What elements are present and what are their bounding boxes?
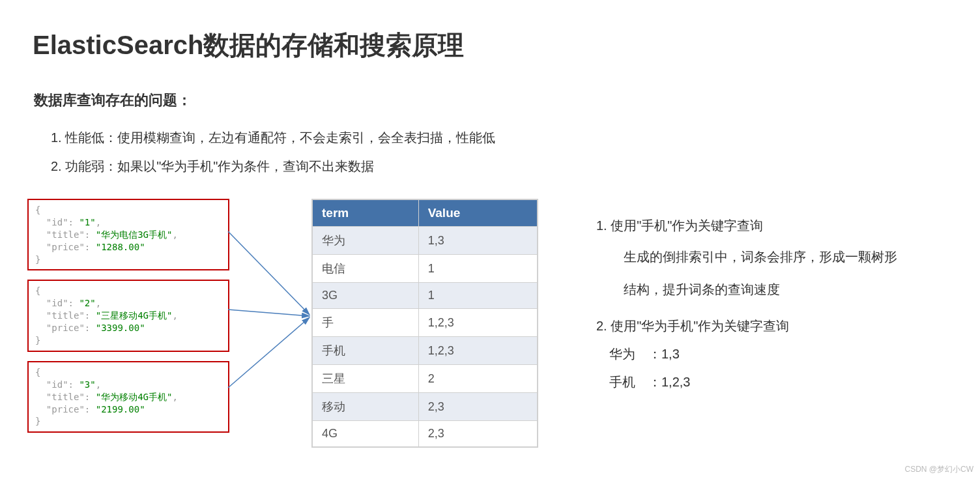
svg-line-1: [228, 310, 310, 316]
note-sub: 结构，提升词条的查询速度: [596, 276, 968, 303]
table-row: 电信1: [313, 255, 538, 283]
table-header-term: term: [313, 200, 419, 227]
json-documents: { "id": "1", "title": "华为电信3G手机", "price…: [27, 199, 229, 442]
section-subtitle: 数据库查询存在的问题：: [0, 63, 980, 110]
list-item: 2. 功能弱：如果以"华为手机"作为条件，查询不出来数据: [51, 152, 980, 181]
table-row: 3G1: [313, 283, 538, 309]
list-item: 1. 性能低：使用模糊查询，左边有通配符，不会走索引，会全表扫描，性能低: [51, 123, 980, 152]
json-doc-1: { "id": "1", "title": "华为电信3G手机", "price…: [27, 199, 229, 270]
note-sub: 生成的倒排索引中，词条会排序，形成一颗树形: [596, 243, 968, 270]
table-header-value: Value: [418, 200, 537, 227]
table-row: 三星2: [313, 365, 538, 393]
problem-list: 1. 性能低：使用模糊查询，左边有通配符，不会走索引，会全表扫描，性能低 2. …: [0, 110, 980, 181]
page-title: ElasticSearch数据的存储和搜索原理: [0, 0, 980, 63]
note-item: 1. 使用"手机"作为关键字查询: [596, 213, 968, 238]
table-row: 华为1,3: [313, 227, 538, 255]
note-kv: 手机 ：1,2,3: [596, 373, 968, 391]
json-doc-2: { "id": "2", "title": "三星移动4G手机", "price…: [27, 280, 229, 351]
inverted-index-table: term Value 华为1,3 电信1 3G1 手1,2,3 手机1,2,3 …: [311, 199, 538, 448]
table-row: 手1,2,3: [313, 309, 538, 337]
table-row: 4G2,3: [313, 421, 538, 447]
svg-line-0: [228, 231, 310, 315]
explanation-notes: 1. 使用"手机"作为关键字查询 生成的倒排索引中，词条会排序，形成一颗树形 结…: [596, 213, 968, 391]
table-row: 手机1,2,3: [313, 337, 538, 365]
watermark: CSDN @梦幻小CW: [904, 464, 973, 475]
json-doc-3: { "id": "3", "title": "华为移动4G手机", "price…: [27, 361, 229, 433]
note-item: 2. 使用"华为手机"作为关键字查询: [596, 317, 968, 335]
svg-line-2: [228, 317, 310, 388]
table-row: 移动2,3: [313, 393, 538, 421]
note-kv: 华为 ：1,3: [596, 345, 968, 363]
